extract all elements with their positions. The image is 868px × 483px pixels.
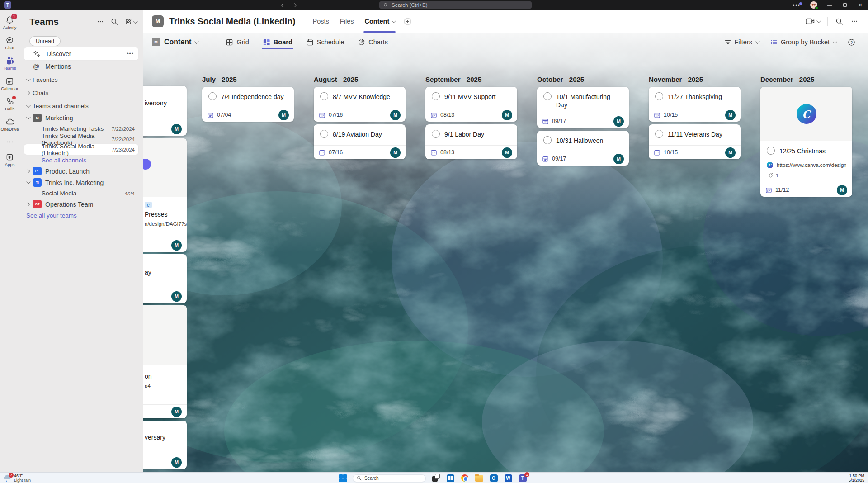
rail-item-calendar[interactable]: Calendar [0,76,19,91]
view-tab-charts[interactable]: Charts [353,33,392,51]
task-complete-checkbox[interactable] [320,130,328,138]
start-button[interactable] [339,474,347,482]
team-name: Marketing [45,114,73,122]
taskbar-app-chrome[interactable] [461,474,469,482]
tab-content[interactable]: Content [359,10,400,33]
meet-now-button[interactable] [806,18,820,25]
task-complete-checkbox[interactable] [655,130,663,138]
sidebar-channel-social-media[interactable]: Social Media4/24 [24,188,138,199]
tab-files[interactable]: Files [335,10,359,33]
tab-name-label[interactable]: Content [164,38,191,46]
sidebar-link-see-all-channels[interactable]: See all channels [19,155,143,166]
more-options-icon[interactable]: ••• [127,51,134,57]
task-complete-checkbox[interactable] [208,92,217,100]
partial-task-card[interactable]: ayM [143,254,187,303]
filters-button[interactable]: Filters [724,38,759,46]
rail-item-apps[interactable]: Apps [0,152,19,167]
taskbar-app-word[interactable]: W [504,474,512,482]
task-card[interactable]: 9/1 Labor Day08/13M [425,124,517,159]
card-body: iversary [143,86,187,109]
view-tabs: GridBoardScheduleCharts [221,33,392,51]
sidebar-more-button[interactable] [97,18,104,25]
rail-item-calls[interactable]: Calls [0,97,19,111]
rail-item-teams[interactable]: Teams [0,56,19,71]
tab-posts[interactable]: Posts [307,10,335,33]
sidebar-section-chats[interactable]: Chats [19,87,143,99]
new-chat-button[interactable] [125,18,137,25]
sidebar-team-trinks-inc-marketing[interactable]: TITrinks Inc. Marketing [19,177,143,188]
channel-search-button[interactable] [835,18,843,25]
partial-task-card[interactable]: ePressesn/design/DAGI77s6JE4M [143,138,187,252]
status-available-icon [815,6,818,9]
start-icon-pane [339,474,343,478]
view-tab-board[interactable]: Board [258,33,297,51]
task-card[interactable]: 7/4 Independence day07/04M [202,87,294,122]
task-card[interactable]: 11/11 Veterans Day10/15M [649,124,741,159]
sidebar-link-see-all-your-teams[interactable]: See all your teams [19,210,143,221]
taskbar-app-store[interactable] [446,474,454,482]
task-card[interactable]: 8/19 Aviation Day07/16M [314,124,406,159]
add-tab-button[interactable] [404,18,411,25]
task-card[interactable]: 11/27 Thanksgiving10/15M [649,87,741,122]
task-card[interactable]: 10/31 Halloween09/17M [537,131,629,166]
task-card[interactable]: 8/7 MVV Knowledge07/16M [314,87,406,122]
task-card[interactable]: C12/25 ChristmasChttps://www.canva.com/d… [760,87,852,197]
task-complete-checkbox[interactable] [543,136,552,144]
due-date: 07/16 [329,149,343,156]
chevron-down-icon [816,19,821,23]
minimize-button[interactable]: — [822,0,837,10]
sidebar-team-product-launch[interactable]: PLProduct Launch [19,166,143,177]
teams-icon [5,56,14,65]
taskbar-clock[interactable]: 1:50 PM 5/1/2025 [849,474,864,483]
partial-task-card[interactable]: iversaryM [143,86,187,136]
task-complete-checkbox[interactable] [543,92,552,100]
chevron-down-icon[interactable] [194,39,199,44]
task-complete-checkbox[interactable] [320,92,328,100]
partial-task-card[interactable]: versaryM [143,421,187,469]
taskbar-app-task-view[interactable] [432,474,440,482]
rail-item-chat[interactable]: Chat [0,36,19,50]
task-complete-checkbox[interactable] [767,147,775,155]
close-button[interactable]: ✕ [853,0,868,10]
taskbar-app-outlook[interactable]: O [490,474,498,482]
rail-item-more[interactable] [0,137,19,147]
card-body: ePressesn/design/DAGI77s6JE4 [143,197,187,229]
sidebar-search-button[interactable] [111,18,118,25]
taskbar-search[interactable]: Search [353,474,426,482]
planner-board: M Content GridBoardScheduleCharts Filter… [143,33,868,472]
preview-image-fragment [143,159,151,170]
view-tab-label: Grid [236,38,249,46]
group-by-button[interactable]: Group by Bucket [770,38,836,46]
task-complete-checkbox[interactable] [432,130,440,138]
card-link-row[interactable]: Chttps://www.canva.com/design/DAGIYE8Ftz… [760,162,852,171]
partial-task-card[interactable]: onp4M [143,305,187,418]
card-footer: M [143,238,187,252]
global-search-input[interactable]: Search (Ctrl+E) [379,1,532,9]
titlebar-more-button[interactable]: ••• [787,2,806,9]
back-button[interactable] [279,2,285,8]
weather-widget[interactable]: 7 46°F Light rain [3,474,31,483]
task-card[interactable]: 9/11 MVV Support08/13M [425,87,517,122]
maximize-button[interactable] [837,0,853,10]
help-button[interactable]: ? [848,38,855,46]
sidebar-team-operations-team[interactable]: OTOperations Team [19,199,143,210]
profile-avatar[interactable]: TT [810,1,817,9]
sidebar-item-mentions[interactable]: @Mentions [24,60,138,73]
rail-item-activity[interactable]: 1Activity [0,15,19,30]
sidebar-section-favorites[interactable]: Favorites [19,74,143,86]
sidebar-item-discover[interactable]: Discover••• [24,47,138,60]
task-card[interactable]: 10/1 Manufacturing Day09/17M [537,87,629,128]
unread-filter-chip[interactable]: Unread [29,36,61,46]
sidebar-section-teams-and-channels[interactable]: Teams and channels [19,100,143,112]
task-complete-checkbox[interactable] [432,92,440,100]
rail-item-onedrive[interactable]: OneDrive [0,117,19,132]
channel-more-button[interactable] [851,18,858,25]
sidebar-team-marketing[interactable]: MMarketing [19,112,143,123]
task-complete-checkbox[interactable] [655,92,663,100]
taskbar-app-teams[interactable]: T1 [519,474,527,482]
view-tab-grid[interactable]: Grid [221,33,253,51]
view-tab-schedule[interactable]: Schedule [302,33,349,51]
sidebar-channel-trinks-social-media-linkedin[interactable]: Trinks Social Media (LinkedIn)7/23/2024 [24,144,138,155]
taskbar-app-file-explorer[interactable] [475,474,483,482]
forward-button[interactable] [292,2,298,8]
